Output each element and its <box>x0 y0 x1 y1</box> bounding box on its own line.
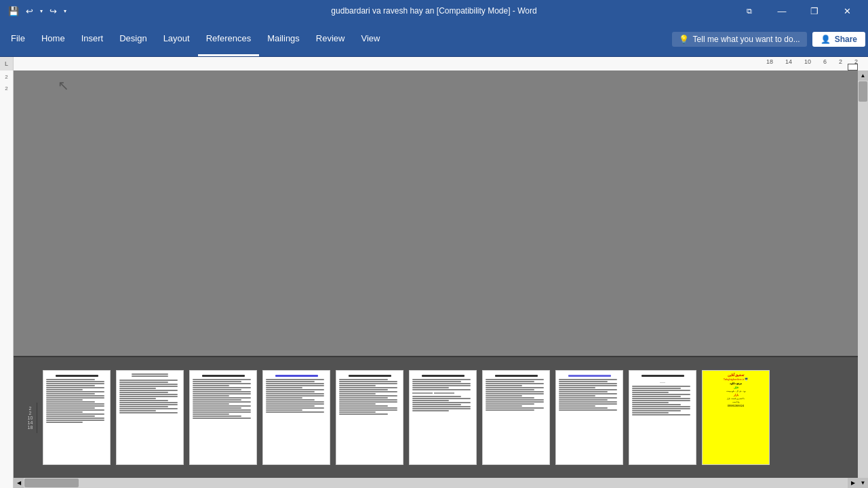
ad-site: Tahghighonline.ir 🖥️ <box>705 378 767 381</box>
ruler-container: L 18 14 10 6 2 2 <box>0 57 868 70</box>
window-controls: ⧉ — ❐ ✕ <box>734 0 863 22</box>
save-button[interactable]: 💾 <box>5 5 22 18</box>
thumb-9-content: —— <box>629 371 696 464</box>
thumbnail-ruler: 2 2 10 14 18 <box>24 403 37 433</box>
ruler-corner: L <box>0 57 14 70</box>
share-label: Share <box>835 35 857 44</box>
v-ruler-2: 2 <box>5 74 7 80</box>
document-canvas: ↖ 2 2 10 14 18 <box>14 70 858 488</box>
thumb-ruler-18: 18 <box>28 425 33 430</box>
ruler-num-18: 18 <box>766 58 773 65</box>
main-area: 2 2 ↖ 2 2 10 14 18 <box>0 70 868 488</box>
ruler-num-6: 6 <box>823 58 827 65</box>
lightbulb-icon: 💡 <box>679 35 689 44</box>
ribbon: File Home Insert Design Layout Reference… <box>0 22 868 57</box>
ad-phone: 09981366624 <box>705 404 767 407</box>
thumbnail-10-ad[interactable]: تحقیق آنلاین Tahghighonline.ir 🖥️ مرجع د… <box>702 370 770 465</box>
tab-home[interactable]: Home <box>33 22 73 56</box>
thumb-1-content <box>43 371 110 464</box>
restore-down-button[interactable]: ⧉ <box>734 0 765 22</box>
thumb-ruler-2: 2 <box>29 406 32 411</box>
minimize-button[interactable]: — <box>766 0 797 22</box>
undo-button[interactable]: ↩ <box>23 5 36 18</box>
tab-file[interactable]: File <box>3 22 33 56</box>
undo-dropdown-button[interactable]: ▾ <box>37 7 45 16</box>
thumbnail-4[interactable] <box>262 370 330 465</box>
scroll-down-button[interactable]: ▼ <box>858 478 868 488</box>
thumbnail-1[interactable] <box>43 370 111 465</box>
page-indicator <box>848 64 858 70</box>
ruler-num-14: 14 <box>785 58 792 65</box>
thumbnail-5[interactable] <box>336 370 403 465</box>
scroll-v-track[interactable] <box>858 81 868 478</box>
thumb-2-content <box>117 371 183 464</box>
scroll-v-thumb[interactable] <box>859 81 867 102</box>
ad-title: تحقیق آنلاین <box>705 373 767 377</box>
close-button[interactable]: ✕ <box>831 0 863 22</box>
thumb-6-content <box>410 371 476 464</box>
ad-line4: بازار <box>705 393 767 396</box>
ad-line1: مرجع دانلود <box>705 382 767 385</box>
scroll-h-track[interactable] <box>24 478 848 488</box>
thumbnail-strip: 2 2 10 14 18 <box>14 356 858 478</box>
tab-design[interactable]: Design <box>111 22 155 56</box>
share-button[interactable]: 👤 Share <box>812 32 865 47</box>
thumb-5-content <box>336 371 403 464</box>
thumb-ruler-10: 10 <box>28 415 33 420</box>
vertical-ruler: 2 2 <box>0 70 14 488</box>
ruler-numbers: 18 14 10 6 2 2 <box>766 58 858 65</box>
thumb-3-content <box>190 371 256 464</box>
search-placeholder-text: Tell me what you want to do... <box>693 35 800 44</box>
scroll-up-button[interactable]: ▲ <box>858 70 868 81</box>
scroll-h-thumb[interactable] <box>24 479 79 487</box>
horizontal-ruler: 18 14 10 6 2 2 <box>14 57 868 70</box>
tab-layout[interactable]: Layout <box>155 22 198 56</box>
thumbnail-2[interactable] <box>116 370 184 465</box>
ad-content: تحقیق آنلاین Tahghighonline.ir 🖥️ مرجع د… <box>703 371 769 464</box>
quick-access-toolbar: 💾 ↩ ▾ ↪ ▾ <box>5 5 69 18</box>
document-title: gudbardari va ravesh hay an [Compatibili… <box>331 6 536 16</box>
horizontal-scrollbar: ◀ ▶ <box>14 478 858 488</box>
tell-me-search[interactable]: 💡 Tell me what you want to do... <box>672 32 807 47</box>
scroll-right-button[interactable]: ▶ <box>848 478 858 488</box>
document-main-area[interactable]: ↖ <box>14 70 858 356</box>
thumbnail-7[interactable] <box>482 370 550 465</box>
thumb-ruler-14: 14 <box>28 420 33 425</box>
vertical-scrollbar: ▲ ▼ <box>858 70 868 488</box>
mouse-cursor: ↖ <box>58 77 69 94</box>
v-ruler-numbers: 2 2 <box>0 70 13 92</box>
tab-insert[interactable]: Insert <box>73 22 112 56</box>
tab-review[interactable]: Review <box>308 22 353 56</box>
thumbnail-3[interactable] <box>189 370 257 465</box>
title-bar: 💾 ↩ ▾ ↪ ▾ gudbardari va ravesh hay an [C… <box>0 0 868 22</box>
thumbnail-9[interactable]: —— <box>629 370 696 465</box>
ruler-num-2a: 2 <box>839 58 842 65</box>
title-left: 💾 ↩ ▾ ↪ ▾ <box>5 5 69 18</box>
share-icon: 👤 <box>821 35 831 44</box>
ad-line6: واناسب <box>705 401 767 403</box>
thumb-7-content <box>483 371 549 464</box>
tab-view[interactable]: View <box>353 22 388 56</box>
thumb-4-content <box>263 371 330 464</box>
qat-more-button[interactable]: ▾ <box>61 7 69 16</box>
redo-button[interactable]: ↪ <box>47 5 60 18</box>
thumbnail-8[interactable] <box>555 370 623 465</box>
ad-line5: با کمترین قیمت بازار <box>705 397 767 400</box>
ruler-num-10: 10 <box>804 58 811 65</box>
v-ruler-2b: 2 <box>5 85 7 92</box>
thumbnail-6[interactable] <box>409 370 477 465</box>
tab-mailings[interactable]: Mailings <box>259 22 308 56</box>
ad-line3: ورد - دی ال - پاورپوینت <box>705 390 767 392</box>
scroll-left-button[interactable]: ◀ <box>14 478 24 488</box>
thumb-8-content <box>556 371 623 464</box>
tab-references[interactable]: References <box>198 22 259 56</box>
thumb-ruler-2b: 2 <box>29 411 32 415</box>
maximize-button[interactable]: ❐ <box>799 0 830 22</box>
ad-line2: فایل <box>705 386 767 389</box>
